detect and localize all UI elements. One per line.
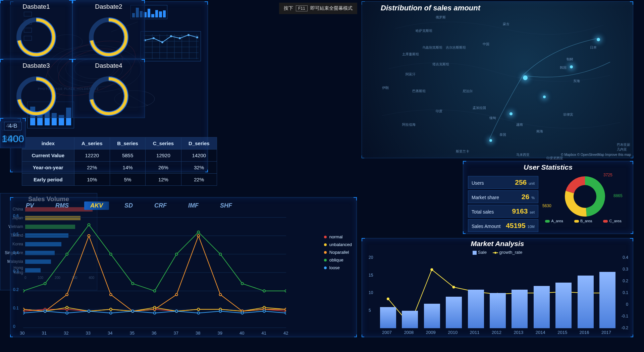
kpi-label: 4-B <box>4 122 21 130</box>
svg-point-91 <box>263 290 265 292</box>
map-region-label: 马来西亚 <box>516 153 530 157</box>
col-header: index <box>22 137 74 150</box>
donut-legend-item: B_area <box>574 219 592 223</box>
stat-label: Users <box>472 180 515 186</box>
chart-tabs: PVRMSAKVSDCRFIMFSHF <box>10 197 357 214</box>
svg-point-24 <box>153 37 155 39</box>
map-region-label: 尼泊尔 <box>463 89 473 94</box>
table-row: Early period10%5%12%22% <box>22 174 217 186</box>
legend-item: unbalanced <box>324 242 352 247</box>
tab-akv[interactable]: AKV <box>84 201 109 210</box>
market-title: Market Analysis <box>362 238 633 249</box>
svg-point-74 <box>175 293 178 296</box>
tab-shf[interactable]: SHF <box>214 201 238 210</box>
svg-point-81 <box>44 282 46 285</box>
tab-crf[interactable]: CRF <box>148 201 173 210</box>
legend-item: oblique <box>324 257 352 262</box>
map-panel[interactable]: Distribution of sales amount © Mapbox © … <box>362 1 633 158</box>
svg-point-75 <box>197 235 200 237</box>
gauge-title: Dasbate3 <box>0 62 72 69</box>
gauge-title: Dasbate1 <box>0 3 72 10</box>
map-region-label: 阿拉伯海 <box>402 122 416 127</box>
market-bar <box>578 276 594 329</box>
stat-label: Market share <box>472 195 522 200</box>
svg-point-106 <box>387 297 389 300</box>
map-region-label: 土库曼斯坦 <box>402 52 419 57</box>
map-region-label: 孟加拉国 <box>473 106 486 110</box>
svg-point-79 <box>285 308 286 310</box>
svg-point-28 <box>187 34 190 36</box>
svg-point-62 <box>197 308 200 310</box>
map-canvas[interactable] <box>362 2 633 158</box>
svg-point-99 <box>154 312 156 314</box>
svg-point-85 <box>131 282 134 285</box>
gauge-2: Dasbate2 <box>72 0 145 59</box>
map-region-label: 印度 <box>436 109 442 114</box>
donut-legend-item: A_area <box>545 219 563 223</box>
map-region-label: 伊朗 <box>382 85 389 90</box>
map-region-label: 蒙古 <box>503 22 509 26</box>
svg-point-56 <box>66 306 68 309</box>
svg-point-76 <box>219 293 222 296</box>
gauge-3: Dasbate3 <box>0 59 72 118</box>
map-region-label: 乌兹别克斯坦 <box>422 45 442 50</box>
col-header: B_series <box>110 137 145 150</box>
svg-point-93 <box>23 312 24 314</box>
stat-value: 26 <box>522 193 529 201</box>
svg-point-26 <box>170 35 172 37</box>
stat-unit: % <box>531 196 535 200</box>
market-bar <box>599 272 615 328</box>
svg-point-102 <box>219 310 222 312</box>
svg-point-96 <box>88 310 90 312</box>
table-row: Year-on-year22%14%26%32% <box>22 162 217 174</box>
market-bar <box>468 290 484 329</box>
tab-pv[interactable]: PV <box>20 201 40 210</box>
map-region-label: 越南 <box>516 122 523 127</box>
stat-unit: unit <box>529 181 535 185</box>
map-region-label: 缅甸 <box>489 116 496 120</box>
map-region-label: 菲律宾 <box>563 112 573 117</box>
kpi-value: 1400 <box>2 133 24 144</box>
tab-imf[interactable]: IMF <box>182 201 205 210</box>
multi-line-panel: PVRMSAKVSDCRFIMFSHF 00.10.20.30.40.50.63… <box>10 197 357 337</box>
map-region-label: 东海 <box>573 79 580 83</box>
col-header: C_series <box>146 137 181 150</box>
svg-point-80 <box>23 290 24 292</box>
svg-point-100 <box>175 310 178 312</box>
stat-unit: 10M <box>528 225 535 229</box>
map-region-label: 斯里兰卡 <box>456 149 469 154</box>
map-region-label: 朝鲜 <box>567 57 573 62</box>
map-region-label: 巴布亚新几内亚 <box>617 142 633 152</box>
gauge-grid: Dasbate1 Dasbate2 Dasbate3 Dasbate4 <box>0 0 145 118</box>
market-bar <box>534 286 550 328</box>
gauge-1: Dasbate1 <box>0 0 72 59</box>
map-title: Distribution of sales amount <box>381 4 480 12</box>
market-chart: 2007200820092010201120122013201420152016… <box>380 258 615 328</box>
map-region-label: 塔吉克斯坦 <box>432 62 449 67</box>
map-region-label: 印度尼西亚 <box>546 156 563 161</box>
svg-point-108 <box>430 268 433 271</box>
stat-value: 256 <box>515 178 527 186</box>
donut-legend-item: C_area <box>603 219 621 223</box>
svg-point-83 <box>88 224 90 226</box>
svg-point-97 <box>110 312 112 314</box>
map-region-label: 阿富汗 <box>406 72 416 77</box>
svg-point-84 <box>110 253 112 255</box>
stat-row: Market share26% <box>468 190 538 203</box>
stat-row: Total sales9163set <box>468 205 538 218</box>
legend-sale: Sale <box>478 250 487 255</box>
tip-pre: 按下 <box>284 5 293 11</box>
map-region-label: 巴基斯坦 <box>412 89 426 94</box>
svg-point-69 <box>66 293 68 296</box>
svg-point-58 <box>110 308 112 310</box>
stat-label: Total sales <box>472 209 512 215</box>
svg-point-90 <box>241 282 244 285</box>
svg-point-88 <box>197 231 200 233</box>
gauge-4: Dasbate4 <box>72 59 145 118</box>
market-bar <box>555 283 572 329</box>
tip-post: 即可結束全螢幕模式 <box>310 5 353 11</box>
svg-point-70 <box>88 235 90 237</box>
tab-sd[interactable]: SD <box>118 201 139 210</box>
svg-point-82 <box>66 253 68 255</box>
tab-rms[interactable]: RMS <box>49 201 75 210</box>
